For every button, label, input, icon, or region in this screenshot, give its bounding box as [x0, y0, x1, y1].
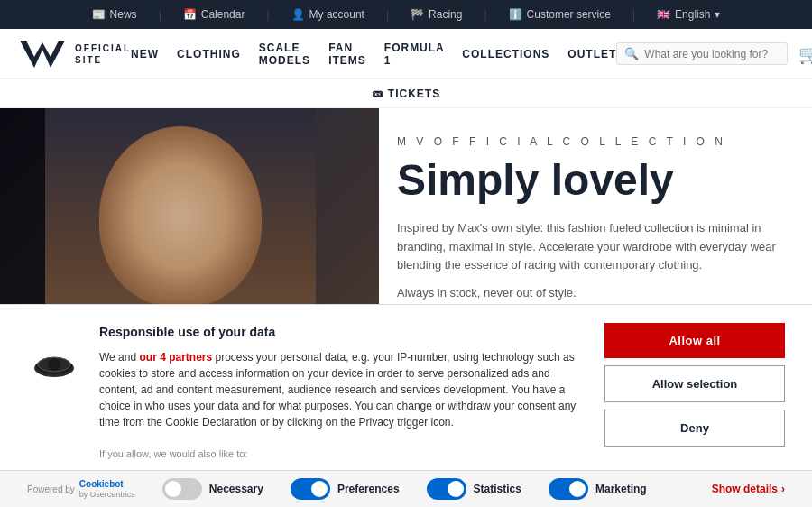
topbar-racing-label: Racing — [429, 8, 462, 21]
powered-by: Powered by Cookiebot by Usercentrics — [27, 479, 135, 499]
mv-logo — [18, 37, 68, 71]
newspaper-icon: 📰 — [92, 8, 106, 21]
statistics-slider — [427, 478, 466, 500]
cookie-text: Responsible use of your data We and our … — [99, 323, 586, 462]
nav-fan-items[interactable]: FAN ITEMS — [328, 38, 366, 70]
nav-new[interactable]: NEW — [131, 44, 159, 64]
search-input[interactable] — [644, 48, 780, 60]
topbar-customer-service[interactable]: ℹ️ Customer service — [509, 8, 611, 21]
preferences-label: Preferences — [337, 483, 400, 495]
hero-content: M V O F F I C I A L C O L L E C T I O N … — [397, 135, 794, 312]
flag-uk-icon: 🇬🇧 — [657, 8, 670, 21]
marketing-toggle[interactable] — [549, 478, 588, 500]
topbar-calendar[interactable]: 📅 Calendar — [183, 8, 245, 21]
toggle-statistics: Statistics — [427, 478, 521, 500]
subnav-tickets-label: TICKETS — [388, 88, 440, 100]
hero-subtitle: M V O F F I C I A L C O L L E C T I O N — [397, 135, 794, 148]
search-box[interactable]: 🔍 — [616, 42, 788, 65]
racing-icon: 🏁 — [411, 8, 424, 21]
cookie-body: We and our 4 partners process your perso… — [99, 349, 586, 430]
cookie-top: Responsible use of your data We and our … — [0, 305, 812, 471]
cookie-title: Responsible use of your data — [99, 323, 586, 342]
cookie-buttons: Allow all Allow selection Deny — [604, 323, 785, 447]
calendar-icon: 📅 — [183, 8, 197, 21]
topbar-customer-service-label: Customer service — [527, 8, 611, 21]
show-details-link[interactable]: Show details › — [712, 483, 785, 495]
user-icon: 👤 — [291, 8, 305, 21]
cookiebot-brand: Cookiebot — [79, 479, 124, 489]
cookiebot-icon — [32, 350, 77, 377]
hero-description1: Inspired by Max's own style: this fashio… — [397, 219, 794, 275]
svg-marker-0 — [20, 41, 65, 68]
nav-right: 🔍 🛒 0 — [616, 42, 812, 65]
svg-point-4 — [48, 358, 60, 371]
topbar-account-label: My account — [309, 8, 364, 21]
toggle-necessary: Necessary — [162, 478, 263, 500]
preferences-slider — [291, 478, 330, 500]
topbar-language[interactable]: 🇬🇧 English ▾ — [657, 8, 720, 21]
cookiebot-sub: by Usercentrics — [79, 490, 135, 499]
topbar-racing[interactable]: 🏁 Racing — [411, 8, 462, 21]
preferences-toggle[interactable] — [291, 478, 330, 500]
nav-outlet[interactable]: OUTLET — [567, 44, 616, 64]
nav-formula1[interactable]: FORMULA 1 — [384, 38, 445, 70]
statistics-toggle[interactable] — [427, 478, 466, 500]
allow-selection-button[interactable]: Allow selection — [604, 365, 785, 402]
topbar-calendar-label: Calendar — [201, 8, 245, 21]
nav-links: NEW CLOTHING SCALE MODELS FAN ITEMS FORM… — [131, 38, 616, 70]
nav-collections[interactable]: COLLECTIONS — [462, 44, 549, 64]
hero-title: Simply lovely — [397, 157, 794, 205]
marketing-label: Marketing — [595, 483, 647, 495]
main-nav: OFFICIAL SITE NEW CLOTHING SCALE MODELS … — [0, 29, 812, 79]
cart-icon: 🛒 — [798, 43, 812, 65]
nav-clothing[interactable]: CLOTHING — [177, 44, 241, 64]
chevron-right-icon: › — [781, 483, 785, 495]
chevron-down-icon: ▾ — [715, 8, 720, 21]
statistics-label: Statistics — [474, 483, 521, 495]
nav-scale-models[interactable]: SCALE MODELS — [259, 38, 310, 70]
search-icon: 🔍 — [624, 47, 639, 60]
toggle-preferences: Preferences — [291, 478, 400, 500]
necessary-label: Necessary — [209, 483, 263, 495]
nav-tickets[interactable]: 🎟 TICKETS — [372, 88, 440, 100]
cookie-if-allow: If you allow, we would also like to: — [99, 447, 586, 462]
topbar-news-label: News — [110, 8, 137, 21]
allow-all-button[interactable]: Allow all — [604, 323, 785, 358]
show-details-label: Show details — [712, 483, 778, 495]
logo-text: OFFICIAL SITE — [75, 42, 131, 66]
powered-by-label: Powered by — [27, 484, 75, 494]
cookie-icon-area — [27, 323, 81, 377]
cart-area[interactable]: 🛒 0 — [798, 43, 812, 65]
cookie-banner: Responsible use of your data We and our … — [0, 304, 812, 508]
necessary-slider — [162, 478, 202, 500]
toggle-marketing: Marketing — [549, 478, 647, 500]
logo-line2: SITE — [75, 54, 131, 66]
help-icon: ℹ️ — [509, 8, 522, 21]
logo-line1: OFFICIAL — [75, 42, 131, 54]
cookie-body-before: We and — [99, 351, 139, 364]
topbar-account[interactable]: 👤 My account — [291, 8, 364, 21]
sub-nav: 🎟 TICKETS — [0, 79, 812, 108]
marketing-slider — [549, 478, 588, 500]
cookie-partners-link[interactable]: our 4 partners — [139, 351, 212, 364]
necessary-toggle[interactable] — [162, 478, 202, 500]
deny-button[interactable]: Deny — [604, 410, 785, 447]
topbar-language-label: English — [675, 8, 710, 21]
top-bar: 📰 News | 📅 Calendar | 👤 My account | 🏁 R… — [0, 0, 812, 29]
ticket-icon: 🎟 — [372, 88, 383, 100]
topbar-news[interactable]: 📰 News — [92, 8, 137, 21]
hero-description2: Always in stock, never out of style. — [397, 284, 794, 303]
cookie-bottom: Powered by Cookiebot by Usercentrics Nec… — [0, 470, 812, 507]
logo-area[interactable]: OFFICIAL SITE — [18, 37, 131, 71]
